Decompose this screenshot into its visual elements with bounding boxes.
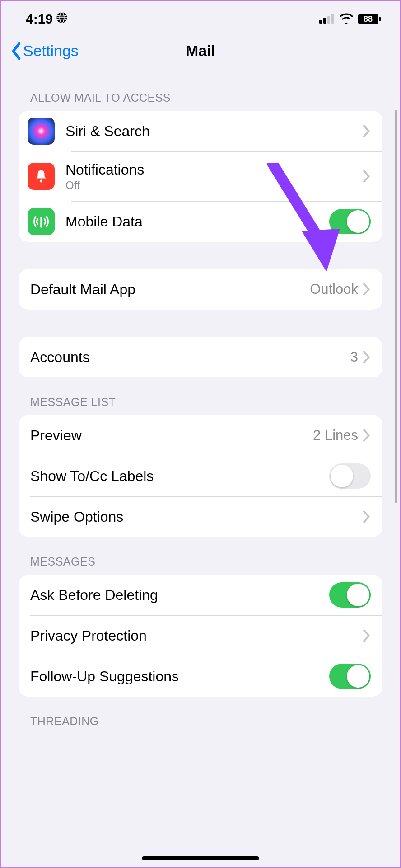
row-swipe-options[interactable]: Swipe Options [19, 496, 382, 537]
chevron-right-icon [363, 283, 371, 296]
scroll-indicator[interactable] [395, 110, 397, 503]
group-default-app: Default Mail App Outlook [19, 269, 382, 310]
siri-icon [28, 118, 55, 145]
svg-rect-3 [319, 20, 322, 24]
row-label: Siri & Search [65, 123, 363, 140]
svg-point-9 [40, 180, 42, 183]
row-sublabel: Off [65, 179, 363, 192]
status-time: 4:19 [26, 11, 53, 27]
toggle-ask-before-deleting[interactable] [329, 582, 371, 608]
row-privacy-protection[interactable]: Privacy Protection [19, 615, 382, 656]
section-header-message-list: MESSAGE LIST [19, 377, 382, 415]
row-accounts[interactable]: Accounts 3 [19, 337, 382, 377]
back-label: Settings [23, 42, 79, 60]
back-button[interactable]: Settings [10, 42, 79, 60]
row-label: Default Mail App [30, 281, 310, 298]
svg-rect-4 [323, 18, 326, 24]
mobile-data-icon [28, 208, 55, 235]
row-label: Privacy Protection [30, 627, 363, 644]
row-detail: Outlook [310, 281, 358, 297]
toggle-mobile-data[interactable] [329, 209, 371, 234]
chevron-right-icon [363, 170, 371, 183]
svg-rect-8 [379, 17, 381, 21]
nav-bar: Settings Mail [1, 28, 400, 69]
row-label: Accounts [30, 349, 350, 366]
chevron-right-icon [363, 629, 371, 642]
chevron-right-icon [363, 429, 371, 442]
chevron-right-icon [363, 125, 371, 137]
group-accounts: Accounts 3 [19, 337, 382, 377]
row-follow-up-suggestions[interactable]: Follow-Up Suggestions [19, 656, 382, 697]
row-default-mail-app[interactable]: Default Mail App Outlook [19, 269, 382, 310]
cellular-icon [319, 11, 336, 27]
wifi-icon [339, 11, 354, 27]
battery-icon: 88 [357, 13, 382, 25]
row-label: Swipe Options [30, 509, 363, 525]
group-message-list: Preview 2 Lines Show To/Cc Labels Swipe … [19, 415, 382, 537]
chevron-left-icon [10, 42, 22, 60]
svg-rect-6 [331, 14, 334, 24]
status-bar: 4:19 88 [1, 1, 400, 28]
row-notifications[interactable]: Notifications Off [19, 151, 382, 201]
row-label: Follow-Up Suggestions [30, 668, 329, 685]
home-indicator[interactable] [142, 856, 259, 860]
row-siri-search[interactable]: Siri & Search [19, 111, 382, 151]
row-label: Mobile Data [65, 213, 329, 230]
section-header-threading: THREADING [19, 697, 382, 734]
row-show-to-cc[interactable]: Show To/Cc Labels [19, 456, 382, 496]
row-label: Ask Before Deleting [30, 587, 329, 604]
row-label: Show To/Cc Labels [30, 468, 329, 485]
toggle-show-to-cc[interactable] [329, 463, 371, 489]
globe-icon [56, 11, 68, 27]
chevron-right-icon [363, 510, 371, 523]
row-detail: 3 [350, 349, 358, 365]
row-label: Notifications [65, 161, 363, 178]
group-allow-access: Siri & Search Notifications Off Mobile D… [19, 111, 382, 242]
section-header-messages: MESSAGES [19, 537, 382, 575]
row-detail: 2 Lines [313, 427, 358, 443]
row-ask-before-deleting[interactable]: Ask Before Deleting [19, 575, 382, 615]
group-messages: Ask Before Deleting Privacy Protection F… [19, 575, 382, 697]
battery-value: 88 [364, 14, 373, 24]
toggle-follow-up[interactable] [329, 664, 371, 689]
chevron-right-icon [363, 351, 371, 363]
row-mobile-data[interactable]: Mobile Data [19, 201, 382, 242]
row-label: Preview [30, 427, 313, 444]
row-preview[interactable]: Preview 2 Lines [19, 415, 382, 456]
svg-rect-5 [327, 16, 330, 24]
section-header-allow: ALLOW MAIL TO ACCESS [19, 69, 382, 111]
notifications-icon [28, 163, 55, 190]
